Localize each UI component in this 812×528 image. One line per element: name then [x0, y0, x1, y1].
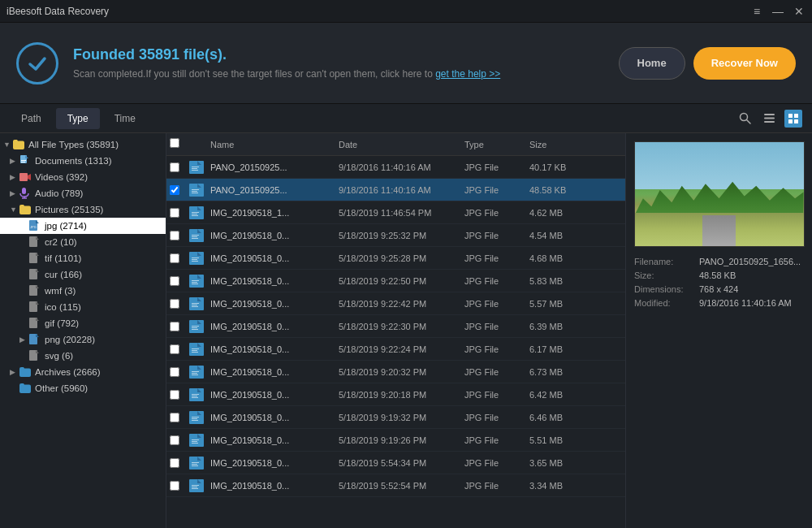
sidebar-item-archives[interactable]: ▶ Archives (2666) [0, 364, 166, 380]
header-type[interactable]: Type [464, 140, 529, 149]
sidebar-item-png[interactable]: ▶ png (20228) [0, 331, 166, 348]
svg-rect-50 [192, 283, 198, 284]
table-row[interactable]: IMG_20190518_0... 5/18/2019 9:20:32 PM J… [166, 361, 625, 383]
minimize-button[interactable]: — [771, 5, 784, 18]
row-checkbox[interactable] [170, 185, 179, 195]
svg-rect-72 [192, 417, 199, 418]
list-view-icon[interactable] [760, 110, 778, 128]
sidebar-item-cur-label: cur (166) [45, 270, 162, 279]
row-checkbox[interactable] [170, 435, 179, 445]
row-checkbox[interactable] [170, 253, 179, 263]
wmf-icon [29, 285, 42, 296]
table-row[interactable]: IMG_20190518_0... 5/18/2019 5:54:34 PM J… [166, 452, 625, 474]
row-checkbox[interactable] [170, 390, 179, 400]
row-type: JPG File [464, 458, 529, 468]
row-size: 5.83 MB [529, 276, 594, 286]
row-type: JPG File [464, 481, 529, 491]
row-date: 5/18/2019 9:25:28 PM [339, 253, 464, 263]
table-row[interactable]: IMG_20190518_1... 5/18/2019 11:46:54 PM … [166, 201, 625, 224]
sidebar-item-svg-label: svg (6) [45, 351, 162, 361]
row-checkbox[interactable] [170, 481, 179, 491]
row-date: 9/18/2016 11:40:16 AM [339, 162, 464, 172]
sidebar-item-tif[interactable]: tif (1101) [0, 250, 166, 266]
row-type: JPG File [464, 435, 529, 445]
svg-rect-74 [192, 420, 198, 421]
home-button[interactable]: Home [619, 47, 685, 80]
table-row[interactable]: IMG_20190518_0... 5/18/2019 9:25:32 PM J… [166, 224, 625, 247]
svg-rect-2 [764, 114, 775, 115]
tab-path[interactable]: Path [10, 108, 53, 129]
sidebar-item-cur[interactable]: cur (166) [0, 266, 166, 283]
sidebar-item-gif[interactable]: gif (792) [0, 315, 166, 331]
row-checkbox[interactable] [170, 344, 179, 354]
table-row[interactable]: IMG_20190518_0... 5/18/2019 9:22:42 PM J… [166, 292, 625, 315]
sidebar-item-audio[interactable]: ▶ Audio (789) [0, 185, 166, 201]
tree-toggle: ▼ [3, 141, 13, 149]
row-checkbox[interactable] [170, 413, 179, 422]
sidebar-item-svg[interactable]: svg (6) [0, 348, 166, 364]
menu-icon[interactable]: ≡ [750, 5, 763, 18]
grid-view-icon[interactable] [784, 110, 802, 128]
sidebar-item-videos[interactable]: ▶ Videos (392) [0, 169, 166, 185]
table-row[interactable]: IMG_20190518_0... 5/18/2019 9:25:28 PM J… [166, 247, 625, 270]
row-checkbox[interactable] [170, 276, 179, 286]
table-row[interactable]: IMG_20190518_0... 5/18/2019 9:19:32 PM J… [166, 406, 625, 429]
sidebar-item-wmf[interactable]: wmf (3) [0, 283, 166, 299]
row-size: 4.62 MB [529, 208, 594, 218]
row-checkbox[interactable] [170, 208, 179, 218]
table-row[interactable]: PANO_20150925... 9/18/2016 11:40:16 AM J… [166, 156, 625, 179]
search-icon[interactable] [736, 110, 754, 128]
row-date: 5/18/2019 9:19:26 PM [339, 435, 464, 445]
sidebar-item-all[interactable]: ▼ All File Types (35891) [0, 136, 166, 153]
table-row[interactable]: IMG_20190518_0... 5/18/2019 9:19:26 PM J… [166, 429, 625, 452]
tif-icon [29, 253, 42, 264]
row-checkbox[interactable] [170, 231, 179, 240]
row-file-icon [189, 297, 209, 310]
sidebar-item-pictures[interactable]: ▼ Pictures (25135) [0, 201, 166, 218]
sidebar-item-other[interactable]: Other (5960) [0, 380, 166, 396]
svg-rect-68 [192, 394, 199, 395]
recover-now-button[interactable]: Recover Now [693, 47, 796, 80]
select-all-checkbox[interactable] [170, 138, 179, 148]
sidebar-item-cr2[interactable]: cr2 (10) [0, 234, 166, 250]
svg-rect-4 [764, 121, 775, 123]
sidebar-item-all-label: All File Types (35891) [28, 140, 162, 149]
table-row[interactable]: IMG_20190518_0... 5/18/2019 9:22:50 PM J… [166, 270, 625, 292]
table-row[interactable]: IMG_20190518_0... 5/18/2019 5:52:54 PM J… [166, 474, 625, 497]
table-row[interactable]: IMG_20190518_0... 5/18/2019 9:22:30 PM J… [166, 315, 625, 338]
meta-modified-row: Modified: 9/18/2016 11:40:16 AM [634, 298, 804, 308]
tab-type[interactable]: Type [56, 108, 100, 129]
sidebar-item-docs[interactable]: ▶ Documents (1313) [0, 153, 166, 169]
table-row[interactable]: IMG_20190518_0... 5/18/2019 9:20:18 PM J… [166, 383, 625, 406]
row-checkbox[interactable] [170, 367, 179, 377]
help-link[interactable]: get the help >> [435, 68, 500, 80]
tab-time[interactable]: Time [103, 108, 147, 129]
header-icon [16, 42, 58, 84]
row-checkbox[interactable] [170, 162, 179, 172]
row-file-icon [189, 275, 209, 288]
header-name[interactable]: Name [209, 140, 339, 149]
svg-rect-11 [21, 162, 25, 162]
row-filename: IMG_20190518_0... [209, 299, 339, 309]
header-date[interactable]: Date [339, 140, 464, 149]
row-checkbox[interactable] [170, 458, 179, 468]
row-date: 5/18/2019 5:52:54 PM [339, 481, 464, 491]
close-button[interactable]: ✕ [793, 5, 806, 18]
row-checkbox[interactable] [170, 322, 179, 331]
meta-modified-label: Modified: [634, 298, 699, 308]
row-checkbox[interactable] [170, 299, 179, 309]
row-type: JPG File [464, 253, 529, 263]
svg-rect-69 [192, 396, 197, 396]
jpg-file-icon [189, 366, 204, 379]
table-row[interactable]: PANO_20150925... 9/18/2016 11:40:16 AM J… [166, 179, 625, 201]
row-date: 5/18/2019 9:25:32 PM [339, 231, 464, 240]
sidebar-item-ico[interactable]: ico (115) [0, 299, 166, 315]
row-file-icon [189, 366, 209, 379]
row-checkbox-col [170, 413, 189, 422]
row-checkbox-col [170, 185, 189, 195]
svg-rect-54 [192, 306, 198, 307]
table-row[interactable]: IMG_20190518_0... 5/18/2019 9:22:24 PM J… [166, 338, 625, 361]
sidebar-item-jpg[interactable]: JPG jpg (2714) [0, 218, 166, 234]
header-size[interactable]: Size [529, 140, 594, 149]
svg-marker-13 [28, 174, 31, 180]
